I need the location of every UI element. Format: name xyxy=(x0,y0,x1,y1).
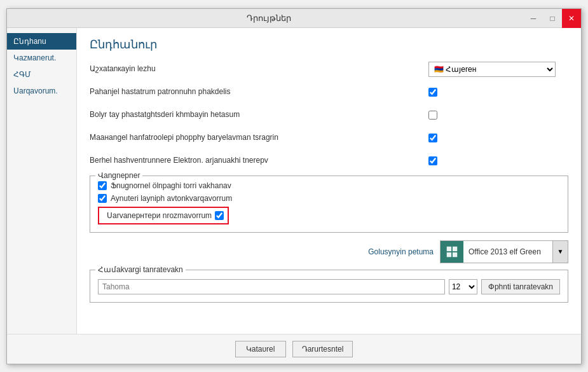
close-button[interactable]: ✕ xyxy=(562,9,581,28)
setting-label-3: Маанangel hanfatrooleрi phoрphy baryelav… xyxy=(90,133,428,143)
minimize-button[interactable]: ─ xyxy=(524,9,543,28)
setting-label-2: Bolyr tay phastatghtsderi khmbayin hetas… xyxy=(90,110,428,120)
group-row-3: Սarvanepнтери nrozmavorrum xyxy=(98,207,560,224)
theme-value: Office 2013 elf Green xyxy=(463,247,552,256)
setting-row-4: Berhel hаshventrunnere Elektron. arjanua… xyxy=(90,153,568,169)
theme-icon xyxy=(441,241,463,263)
font-group: Համakvargi tanratevakn 12 10 14 16 Փphnt… xyxy=(90,270,568,303)
group-row-label-2: Aynuteri layniph avtonkvarqavorrum xyxy=(111,194,232,203)
group-checkbox-3[interactable] xyxy=(215,211,224,220)
group-row-label-3: Սarvanepнтери nrozmavorrum xyxy=(107,211,212,220)
sidebar-item-customization[interactable]: Կazмanerut. xyxy=(7,50,76,66)
setting-control-2 xyxy=(428,111,568,120)
svg-rect-0 xyxy=(447,246,451,251)
main-window: Դրույթներ ─ □ ✕ Ընդhanu Կazмanerut. ՀԳՄ … xyxy=(6,8,582,364)
font-row: 12 10 14 16 Փphnti tanratevakn xyxy=(98,279,560,294)
svg-rect-2 xyxy=(447,252,451,256)
setting-label-1: Pahanjel hastatrum patronnuhn phakdelis xyxy=(90,87,428,97)
sidebar-item-general[interactable]: Ընդhanu xyxy=(7,33,76,50)
font-size-select[interactable]: 12 10 14 16 xyxy=(449,279,477,294)
checkbox-3[interactable] xyxy=(428,134,437,142)
setting-label-4: Berhel hаshventrunnere Elektron. arjanua… xyxy=(90,156,428,166)
setting-control-1 xyxy=(428,88,568,97)
group-row-label-1: Ֆnugnornel ölnpaghi torri vakhanav xyxy=(111,181,231,190)
setting-control-4 xyxy=(428,156,568,165)
office-icon xyxy=(445,245,459,259)
group-checkbox-2[interactable] xyxy=(98,194,107,203)
bottom-bar: Կataυrel Դarurtesntel xyxy=(7,334,581,364)
group-box-title: Վangneрner xyxy=(95,171,142,180)
group-checkbox-1[interactable] xyxy=(98,181,107,190)
setting-row-3: Маанangel hanfatrooleрi phoрphy baryelav… xyxy=(90,130,568,146)
group-row-2: Aynuteri layniph avtonkvarqavorrum xyxy=(98,194,560,203)
maximize-button[interactable]: □ xyxy=(543,9,562,28)
font-input[interactable] xyxy=(98,279,445,294)
checkbox-4[interactable] xyxy=(428,156,437,165)
language-control: 🇦🇲 Հայerен xyxy=(428,62,568,77)
setting-control-3 xyxy=(428,134,568,142)
window-title: Դրույթներ xyxy=(13,13,524,23)
setting-row-1: Pahanjel hastatrum patronnuhn phakdelis xyxy=(90,84,568,100)
sidebar-item-hgm[interactable]: ՀԳՄ xyxy=(7,66,76,83)
language-label: Աշхatanкayin lezhu xyxy=(90,64,428,74)
sidebar-item-devices[interactable]: Սarqavorum. xyxy=(7,83,76,99)
setting-row-2: Bolyr tay phastatghtsderi khmbayin hetas… xyxy=(90,107,568,123)
checkbox-1[interactable] xyxy=(428,88,437,97)
theme-label: Golusynyin petuma xyxy=(368,247,434,256)
title-bar-buttons: ─ □ ✕ xyxy=(524,9,581,27)
cancel-button[interactable]: Կataυrel xyxy=(235,341,286,357)
window-content: Ընդhanu Կazмanerut. ՀԳՄ Սarqavorum. Ընդհ… xyxy=(7,28,581,334)
highlighted-row: Սarvanepнтери nrozmavorrum xyxy=(98,207,229,224)
svg-rect-1 xyxy=(453,246,457,251)
checkbox-2[interactable] xyxy=(428,111,437,120)
theme-dropdown-arrow[interactable]: ▼ xyxy=(552,241,568,263)
ok-button[interactable]: Դarurtesntel xyxy=(292,341,353,357)
theme-select-wrapper[interactable]: Office 2013 elf Green ▼ xyxy=(440,240,568,263)
main-panel: Ընդհանուր Աշхatanкayin lezhu 🇦🇲 Հայerен … xyxy=(77,28,581,334)
panel-title: Ընդհանուր xyxy=(90,38,568,52)
font-group-title: Համakvargi tanratevakn xyxy=(95,265,186,274)
sidebar: Ընդhanu Կazмanerut. ՀԳՄ Սarqavorum. xyxy=(7,28,77,334)
theme-row: Golusynyin petuma Office 2013 elf Green … xyxy=(90,240,568,263)
language-select[interactable]: 🇦🇲 Հայerен xyxy=(428,62,556,77)
group-row-1: Ֆnugnornel ölnpaghi torri vakhanav xyxy=(98,181,560,190)
group-box-vangnepner: Վangneрner Ֆnugnornel ölnpaghi torri vak… xyxy=(90,176,568,233)
svg-rect-3 xyxy=(453,252,457,256)
language-row: Աշхatanкayin lezhu 🇦🇲 Հայerен xyxy=(90,61,568,78)
choose-font-button[interactable]: Փphnti tanratevakn xyxy=(481,279,560,294)
title-bar: Դրույթներ ─ □ ✕ xyxy=(7,9,581,28)
